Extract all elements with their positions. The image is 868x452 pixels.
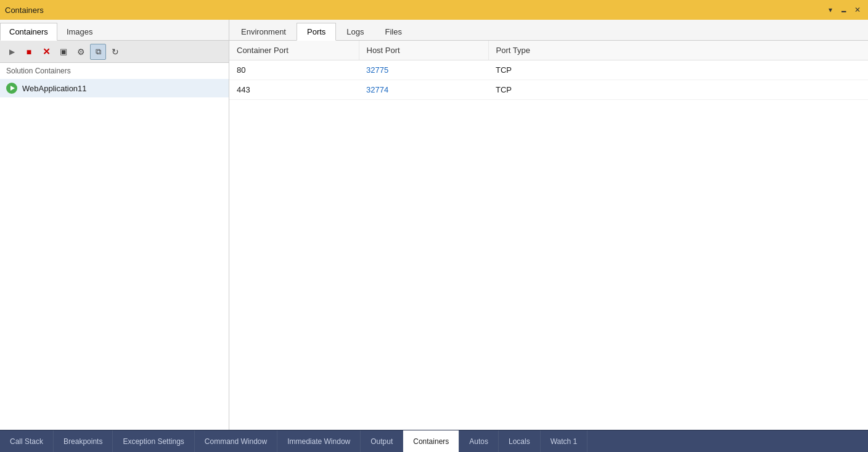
table-row: 80 32775 TCP (229, 60, 868, 80)
settings-button[interactable]: ⚙ (73, 44, 89, 60)
refresh-button[interactable]: ↻ (107, 44, 123, 60)
dropdown-button[interactable]: ▾ (825, 4, 836, 15)
toolbar: ▶ ■ ✕ ▣ ⚙ ⧉ ↻ (0, 41, 229, 63)
col-header-port-type: Port Type (488, 41, 868, 60)
tab-images[interactable]: Images (57, 23, 102, 41)
bottom-tab-watch-1[interactable]: Watch 1 (541, 430, 588, 452)
right-panel: Environment Ports Logs Files Container P… (229, 20, 868, 430)
minimize-button[interactable]: 🗕 (838, 4, 850, 15)
cell-port-type-2: TCP (488, 80, 868, 100)
col-header-container-port: Container Port (229, 41, 359, 60)
table-row: 443 32774 TCP (229, 80, 868, 100)
section-header-solution-containers: Solution Containers (0, 63, 229, 79)
kill-button[interactable]: ✕ (38, 44, 54, 60)
title-bar-controls: ▾ 🗕 ✕ (825, 4, 863, 15)
container-name: WebApplication11 (22, 84, 87, 93)
cell-host-port-1[interactable]: 32775 (359, 60, 488, 80)
right-tabs: Environment Ports Logs Files (229, 20, 868, 41)
bottom-tab-breakpoints[interactable]: Breakpoints (54, 430, 113, 452)
window-title: Containers (5, 6, 44, 15)
bottom-tab-autos[interactable]: Autos (459, 430, 499, 452)
tab-logs[interactable]: Logs (336, 23, 374, 41)
bottom-tab-call-stack[interactable]: Call Stack (0, 430, 54, 452)
close-button[interactable]: ✕ (852, 4, 863, 15)
tab-ports[interactable]: Ports (297, 23, 336, 41)
container-list: Solution Containers WebApplication11 (0, 63, 229, 430)
running-icon (6, 83, 17, 94)
bottom-tab-exception-settings[interactable]: Exception Settings (113, 430, 194, 452)
copy-button[interactable]: ⧉ (90, 44, 106, 60)
tab-environment[interactable]: Environment (231, 23, 297, 41)
left-panel: Containers Images ▶ ■ ✕ ▣ ⚙ ⧉ ↻ Solution… (0, 20, 229, 430)
start-button[interactable]: ▶ (4, 44, 20, 60)
cell-container-port-2: 443 (229, 80, 359, 100)
main-area: Containers Images ▶ ■ ✕ ▣ ⚙ ⧉ ↻ Solution… (0, 20, 868, 430)
bottom-bar: Call Stack Breakpoints Exception Setting… (0, 430, 868, 452)
col-header-host-port: Host Port (359, 41, 488, 60)
bottom-tab-immediate-window[interactable]: Immediate Window (277, 430, 361, 452)
ports-table: Container Port Host Port Port Type 80 32… (229, 41, 868, 100)
terminal-button[interactable]: ▣ (55, 44, 72, 60)
bottom-tab-output[interactable]: Output (361, 430, 403, 452)
title-bar: Containers ▾ 🗕 ✕ (0, 0, 868, 20)
bottom-tab-containers[interactable]: Containers (403, 430, 459, 452)
tab-containers[interactable]: Containers (0, 23, 57, 41)
cell-container-port-1: 80 (229, 60, 359, 80)
bottom-tab-command-window[interactable]: Command Window (195, 430, 277, 452)
ports-content: Container Port Host Port Port Type 80 32… (229, 41, 868, 100)
stop-button[interactable]: ■ (21, 44, 37, 60)
left-tabs: Containers Images (0, 20, 229, 41)
cell-host-port-2[interactable]: 32774 (359, 80, 488, 100)
cell-port-type-1: TCP (488, 60, 868, 80)
tab-files[interactable]: Files (375, 23, 412, 41)
bottom-tab-locals[interactable]: Locals (499, 430, 541, 452)
list-item[interactable]: WebApplication11 (0, 79, 229, 97)
